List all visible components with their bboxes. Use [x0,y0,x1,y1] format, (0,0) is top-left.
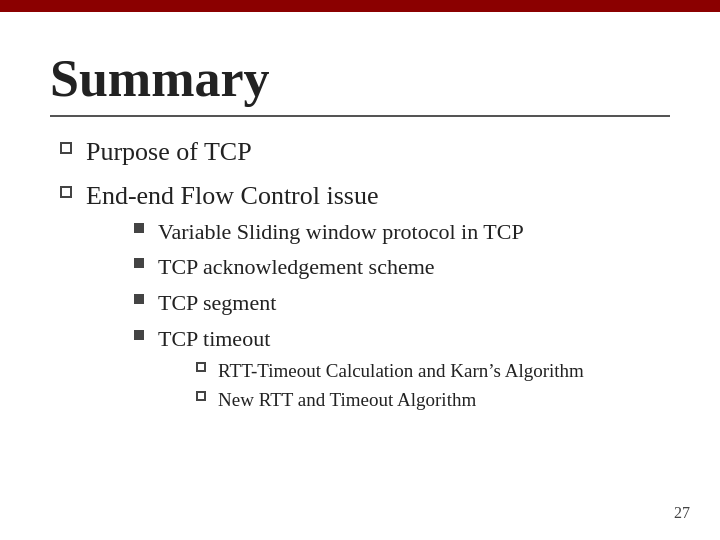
main-list-item-1: Purpose of TCP [60,135,670,169]
sub-list-item-3: TCP segment [134,288,584,318]
sub-list: Variable Sliding window protocol in TCP … [134,217,584,417]
sub-sub-list-item-2: New RTT and Timeout Algorithm [196,387,584,413]
title-section: Summary [50,50,670,117]
main-item-2-label: End-end Flow Control issue [86,181,379,210]
sub-item-4-container: TCP timeout RTT-Timeout Calculation and … [158,324,584,417]
sub-sub-item-2-label: New RTT and Timeout Algorithm [218,387,476,413]
bullet-square-2 [60,186,72,198]
sub-item-2-label: TCP acknowledgement scheme [158,252,435,282]
sub-bullet-4 [134,330,144,340]
sub-list-item-2: TCP acknowledgement scheme [134,252,584,282]
sub-sub-list-item-1: RTT-Timeout Calculation and Karn’s Algor… [196,358,584,384]
sub-sub-list: RTT-Timeout Calculation and Karn’s Algor… [196,358,584,413]
sub-list-item-1: Variable Sliding window protocol in TCP [134,217,584,247]
sub-sub-bullet-1 [196,362,206,372]
top-bar [0,0,720,12]
sub-item-1-label: Variable Sliding window protocol in TCP [158,217,524,247]
sub-item-4-label: TCP timeout [158,326,270,351]
main-item-1-label: Purpose of TCP [86,135,252,169]
sub-sub-bullet-2 [196,391,206,401]
title-divider [50,115,670,117]
page-number: 27 [674,504,690,522]
sub-item-3-label: TCP segment [158,288,276,318]
bullet-square-1 [60,142,72,154]
sub-bullet-3 [134,294,144,304]
main-list-item-2: End-end Flow Control issue Variable Slid… [60,179,670,423]
sub-bullet-2 [134,258,144,268]
sub-sub-item-1-label: RTT-Timeout Calculation and Karn’s Algor… [218,358,584,384]
slide: Summary Purpose of TCP End-end Flow Cont… [0,0,720,540]
main-list: Purpose of TCP End-end Flow Control issu… [60,135,670,423]
sub-list-item-4: TCP timeout RTT-Timeout Calculation and … [134,324,584,417]
sub-bullet-1 [134,223,144,233]
main-item-2-container: End-end Flow Control issue Variable Slid… [86,179,584,423]
slide-title: Summary [50,50,670,107]
